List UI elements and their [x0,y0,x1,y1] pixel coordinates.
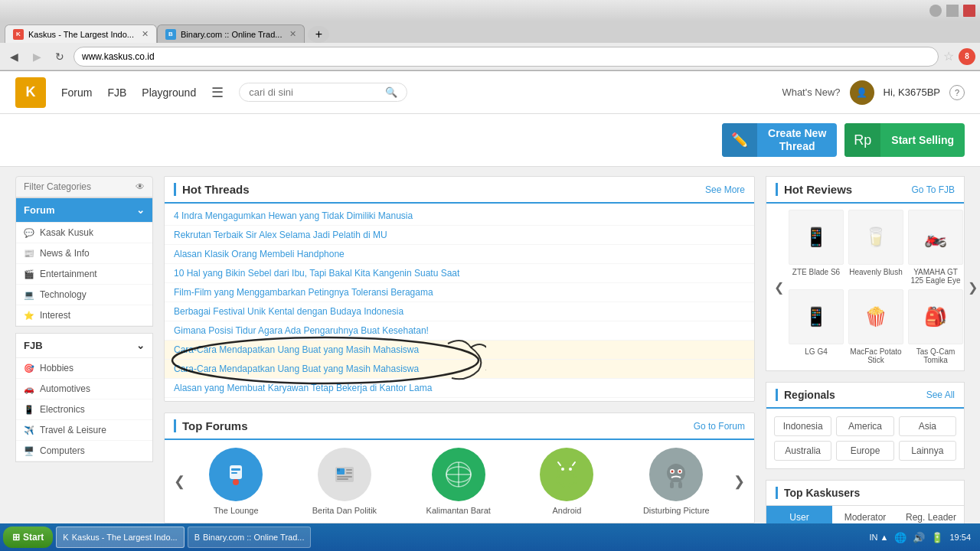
review-item-zte[interactable]: 📱 ZTE Blade S6 [789,210,844,285]
search-input[interactable] [249,86,379,98]
sidebar-item-kasak[interactable]: 💬 Kasak Kusuk [16,223,152,243]
sidebar-item-entertainment[interactable]: 🎬 Entertainment [16,264,152,285]
go-to-fjb-link2[interactable]: Go To FJB [912,184,955,195]
search-icon[interactable]: 🔍 [385,86,397,98]
main-layout: Filter Categories 👁 Forum ⌄ 💬 Kasak Kusu… [0,167,980,551]
sidebar-item-electronics[interactable]: 📱 Electronics [16,399,152,420]
new-tab-btn[interactable]: + [308,26,329,43]
review-item-lg[interactable]: 📱 LG G4 [789,289,844,364]
forum-item-lounge[interactable]: The Lounge [209,448,263,515]
forums-prev-btn[interactable]: ❮ [171,473,188,490]
thread-item[interactable]: Alasan Klasik Orang Membeli Handphone [165,245,754,264]
create-thread-button[interactable]: ✏️ Create NewThread [722,123,837,157]
forum-chevron: ⌄ [136,204,145,216]
sidebar: Filter Categories 👁 Forum ⌄ 💬 Kasak Kusu… [15,176,153,551]
sidebar-item-technology[interactable]: 💻 Technology [16,285,152,305]
address-bar[interactable] [74,47,939,67]
travel-label: Travel & Leisure [40,425,106,435]
auto-label: Automotives [40,383,90,394]
sidebar-item-automotives[interactable]: 🚗 Automotives [16,379,152,399]
tab-binary[interactable]: B Binary.com :: Online Trad... ✕ [157,24,305,43]
nav-playground[interactable]: Playground [142,83,196,102]
help-icon[interactable]: ? [949,85,965,100]
start-button[interactable]: ⊞ Start [3,527,53,548]
review-item-tasqcam[interactable]: 🎒 Tas Q-Cam Tomika [908,289,963,364]
see-more-link[interactable]: See More [705,184,745,195]
content-area: Hot Threads See More 4 Indra Mengagumkan… [164,176,755,551]
start-selling-button[interactable]: Rp Start Selling [844,123,965,157]
minimize-btn[interactable] [929,5,942,17]
sidebar-item-news[interactable]: 📰 News & Info [16,243,152,264]
fjb-section-header[interactable]: FJB ⌄ [16,334,152,358]
entertainment-label: Entertainment [40,269,97,279]
hobbies-label: Hobbies [40,363,74,373]
tray-battery: 🔋 [931,532,943,543]
hamburger-icon[interactable]: ☰ [211,84,224,101]
regional-asia[interactable]: Asia [899,416,956,436]
review-item-yamaha[interactable]: 🏍️ YAMAHA GT 125 Eagle Eye [908,210,963,285]
zte-label: ZTE Blade S6 [792,268,840,276]
tab-binary-close[interactable]: ✕ [289,29,296,39]
tab-kaskus[interactable]: K Kaskus - The Largest Indo... ✕ [5,24,157,43]
thread-item[interactable]: Berbagai Festival Unik Kental dengan Bud… [165,302,754,321]
sell-icon: Rp [844,123,880,157]
back-btn[interactable]: ◀ [5,47,23,66]
regional-lainnya[interactable]: Lainnya [899,441,956,461]
regional-europe[interactable]: Europe [836,441,893,461]
filter-categories[interactable]: Filter Categories 👁 [15,176,153,197]
tab-kaskus-close[interactable]: ✕ [142,29,149,39]
regionals-panel: Regionals See All Indonesia America Asia… [766,382,965,469]
sidebar-item-travel[interactable]: ✈️ Travel & Leisure [16,420,152,441]
thread-item[interactable]: Film-Film yang Menggambarkan Petingnya T… [165,283,754,302]
forum-section-header[interactable]: Forum ⌄ [16,198,152,223]
sidebar-item-interest[interactable]: ⭐ Interest [16,305,152,326]
taskbar-binary[interactable]: B Binary.com :: Online Trad... [188,527,312,548]
svg-rect-20 [559,474,574,485]
regional-indonesia[interactable]: Indonesia [774,416,831,436]
thread-item-highlighted2[interactable]: Cara-Cara Mendapatkan Uang Buat yang Mas… [165,360,754,379]
thread-item[interactable]: 10 Hal yang Bikin Sebel dari Ibu, Tapi B… [165,264,754,283]
tasqcam-label: Tas Q-Cam Tomika [908,347,963,364]
whats-new-link[interactable]: What's New? [782,86,840,98]
hot-reviews-header: Hot Reviews Go To FJB [766,177,964,204]
svg-point-19 [569,468,572,471]
create-icon: ✏️ [722,123,757,157]
review-item-heavenly[interactable]: 🥛 Heavenly Blush [848,210,903,285]
thread-item-highlighted1[interactable]: Cara-Cara Mendapatkan Uang Buat yang Mas… [165,341,754,360]
sidebar-item-computers[interactable]: 🖥️ Computers [16,441,152,461]
regional-america[interactable]: America [836,416,893,436]
thread-item[interactable]: Rekrutan Terbaik Sir Alex Selama Jadi Pe… [165,226,754,245]
forum-item-android[interactable]: Android [540,448,593,515]
sidebar-item-hobbies[interactable]: 🎯 Hobbies [16,358,152,379]
site-logo[interactable]: K [15,77,46,108]
forum-item-news[interactable]: Berita Dan Politik [312,448,377,515]
thread-item[interactable]: 4 Indra Mengagumkan Hewan yang Tidak Dim… [165,207,754,226]
kalbar-label: Kalimantan Barat [426,506,491,515]
nav-forum[interactable]: Forum [61,83,92,102]
see-all-link[interactable]: See All [926,390,955,400]
bookmark-icon[interactable]: ☆ [943,49,954,64]
nav-fjb[interactable]: FJB [107,83,126,102]
kasak-icon: 💬 [24,227,34,238]
forums-next-btn[interactable]: ❯ [730,473,748,490]
start-label: Start [23,532,44,543]
zte-img: 📱 [789,210,844,265]
thread-item[interactable]: Alasan yang Membuat Karyawan Tetap Beker… [165,379,754,398]
forum-item-disturbing[interactable]: Disturbing Picture [643,448,710,515]
go-to-forum-link[interactable]: Go to Forum [694,421,745,432]
extension-icon[interactable]: 8 [959,48,975,65]
review-item-macfac[interactable]: 🍿 MacFac Potato Stick [848,289,903,364]
close-btn[interactable] [963,5,975,17]
regional-australia[interactable]: Australia [774,441,831,461]
thread-item[interactable]: Gimana Posisi Tidur Agara Ada Pengaruhny… [165,321,754,341]
reviews-next-btn[interactable]: ❯ [966,280,979,295]
forum-item-kalbar[interactable]: Kalimantan Barat [426,448,491,515]
browser-titlebar [0,0,980,21]
maximize-btn[interactable] [946,5,959,17]
taskbar-kaskus[interactable]: K Kaskus - The Largest Indo... [56,527,184,548]
refresh-btn[interactable]: ↻ [51,47,69,66]
hot-threads-header: Hot Threads See More [165,177,754,204]
reviews-prev-btn[interactable]: ❮ [773,280,786,295]
taskbar-kaskus-icon: K [63,533,68,542]
forward-btn[interactable]: ▶ [28,47,46,66]
